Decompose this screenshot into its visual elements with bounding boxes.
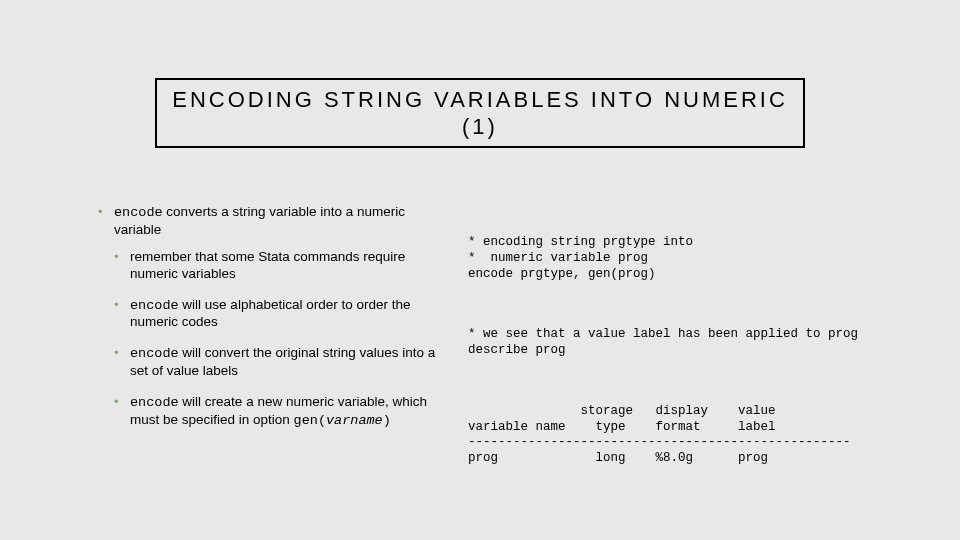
bullet-sub-2: encode will use alphabetical order to or… [114, 297, 450, 332]
bullet-main: encode converts a string variable into a… [98, 204, 450, 430]
code-gen-open: gen( [294, 413, 326, 428]
code-varname: varname [326, 413, 383, 428]
right-column: * encoding string prgtype into * numeric… [450, 204, 936, 510]
code-encode-3: encode [130, 346, 179, 361]
code-gen-close: ) [383, 413, 391, 428]
bullet-sub-1-text: remember that some Stata commands requir… [130, 249, 405, 281]
code-block-1: * encoding string prgtype into * numeric… [468, 235, 936, 282]
code-block-2: * we see that a value label has been app… [468, 327, 936, 358]
slide: ENCODING STRING VARIABLES INTO NUMERIC (… [0, 0, 960, 540]
slide-body: encode converts a string variable into a… [98, 204, 936, 510]
bullet-sub-1: remember that some Stata commands requir… [114, 249, 450, 283]
slide-title: ENCODING STRING VARIABLES INTO NUMERIC (… [167, 86, 793, 141]
bullet-sub-4: encode will create a new numeric variabl… [114, 394, 450, 430]
code-encode-4: encode [130, 395, 179, 410]
code-block-3: storage display value variable name type… [468, 404, 936, 467]
code-encode-2: encode [130, 298, 179, 313]
bullet-sub-3: encode will convert the original string … [114, 345, 450, 380]
code-encode: encode [114, 205, 163, 220]
left-column: encode converts a string variable into a… [98, 204, 450, 510]
title-box: ENCODING STRING VARIABLES INTO NUMERIC (… [155, 78, 805, 148]
